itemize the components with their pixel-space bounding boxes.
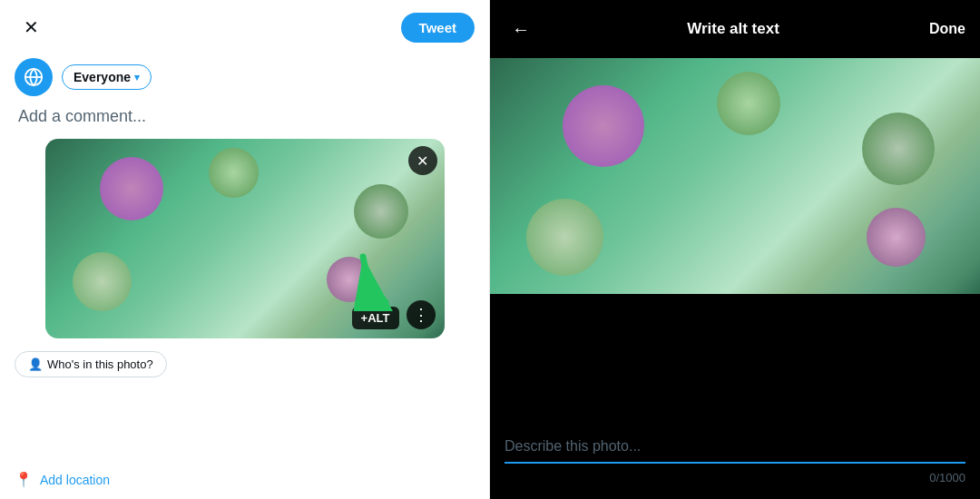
compose-panel: ✕ Tweet Everyone ▾ Add a comment... ✕ bbox=[0, 0, 490, 499]
whos-in-photo-label: Who's in this photo? bbox=[47, 357, 153, 371]
close-button[interactable]: ✕ bbox=[15, 11, 47, 44]
remove-image-button[interactable]: ✕ bbox=[408, 146, 437, 175]
alt-text-input[interactable] bbox=[505, 438, 965, 455]
whos-in-photo-icon: 👤 bbox=[28, 357, 43, 371]
more-icon: ⋮ bbox=[413, 305, 429, 325]
audience-label: Everyone bbox=[74, 70, 131, 84]
char-count: 0/1000 bbox=[505, 471, 965, 484]
remove-image-icon: ✕ bbox=[416, 152, 428, 170]
image-container: ✕ +ALT ⋮ bbox=[45, 139, 445, 338]
audience-selector[interactable]: Everyone ▾ bbox=[62, 64, 152, 90]
alt-text-header: ← Write alt text Done bbox=[490, 0, 980, 58]
audience-row: Everyone ▾ bbox=[15, 58, 475, 96]
more-options-button[interactable]: ⋮ bbox=[407, 300, 436, 329]
tweet-button[interactable]: Tweet bbox=[401, 13, 475, 43]
done-button[interactable]: Done bbox=[929, 21, 965, 37]
alt-text-input-wrapper bbox=[505, 438, 965, 464]
chevron-down-icon: ▾ bbox=[134, 72, 140, 83]
back-button[interactable]: ← bbox=[505, 13, 537, 45]
whos-in-photo-button[interactable]: 👤 Who's in this photo? bbox=[15, 351, 167, 377]
avatar-globe bbox=[15, 58, 53, 96]
close-icon: ✕ bbox=[24, 16, 39, 38]
location-icon: 📍 bbox=[15, 471, 33, 488]
alt-text-panel: ← Write alt text Done 0/1000 bbox=[490, 0, 980, 499]
back-arrow-icon: ← bbox=[512, 19, 530, 40]
add-location-label: Add location bbox=[40, 473, 110, 487]
alt-text-title: Write alt text bbox=[687, 20, 779, 38]
comment-placeholder: Add a comment... bbox=[15, 107, 475, 126]
preview-image bbox=[490, 58, 980, 294]
compose-header: ✕ Tweet bbox=[15, 11, 475, 44]
green-arrow-indicator bbox=[340, 248, 395, 311]
alt-text-input-section: 0/1000 bbox=[490, 294, 980, 499]
add-location-row[interactable]: 📍 Add location bbox=[15, 471, 475, 488]
